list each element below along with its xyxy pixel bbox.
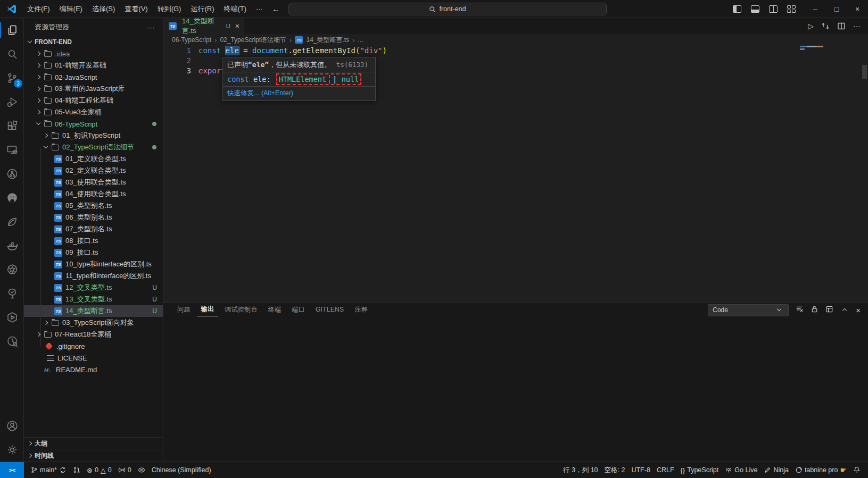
tree-item-folder[interactable]: 05-Vue3全家桶 [24,106,163,118]
tree-item-file[interactable]: LICENSE [24,352,163,364]
tree-item-file[interactable]: TS01_定义联合类型.ts [24,153,163,165]
tree-item-file[interactable]: TS11_type和interface的区别.ts [24,270,163,282]
run-debug-icon[interactable] [0,90,24,114]
remote-explorer-icon[interactable] [0,138,24,162]
panel-tab-gitlens[interactable]: GITLENS [311,303,348,316]
tree-item-file[interactable]: TS10_type和interface的区别.ts [24,258,163,270]
panel-tab-terminal[interactable]: 终端 [264,303,286,316]
tree-item-file[interactable]: TS13_交叉类型.tsU [24,293,163,305]
menu-goto[interactable]: 转到(G) [153,3,186,15]
tree-item-folder[interactable]: 01_初识TypeScript [24,130,163,141]
eol-item[interactable]: CRLF [654,462,677,478]
git-branch-item[interactable]: main* [27,462,70,478]
go-live-item[interactable]: Go Live [722,462,760,478]
menu-selection[interactable]: 选择(S) [87,3,120,15]
tree-item-folder[interactable]: 01-前端开发基础 [24,60,163,71]
tree-item-file[interactable]: TS06_类型别名.ts [24,212,163,223]
language-mode-item[interactable]: {} TypeScript [677,462,722,478]
source-control-icon[interactable]: 3 [0,66,24,90]
window-maximize-button[interactable]: □ [826,0,847,18]
tab-close-icon[interactable]: × [235,22,239,30]
quick-fix-link[interactable]: 快速修复... (Alt+Enter) [223,87,375,100]
tree-item-file[interactable]: TS05_类型别名.ts [24,200,163,212]
tree-item-folder[interactable]: .idea [24,48,163,60]
hexagon-play-icon[interactable] [0,305,24,329]
tree-item-file[interactable]: TS04_使用联合类型.ts [24,188,163,200]
gitlens-blame-item[interactable] [135,462,148,478]
outline-section[interactable]: 大纲 [24,437,163,450]
tree-item-file-selected[interactable]: TS14_类型断言.tsU [24,305,163,317]
tabnine-item[interactable]: tabnine pro ☛ [792,462,850,478]
tree-item-root[interactable]: FRONT-END [24,36,163,48]
menu-more-icon[interactable]: ··· [251,3,268,15]
tree-item-file[interactable]: .gitignore [24,340,163,352]
sync-changes-icon[interactable] [821,22,830,30]
docker-icon[interactable] [0,233,24,257]
explorer-icon[interactable] [0,18,24,42]
cursor-position-item[interactable]: 行 3，列 10 [560,462,601,478]
panel-tab-ports[interactable]: 端口 [287,303,309,316]
breadcrumb-item[interactable]: 14_类型断言.ts [306,36,349,45]
breadcrumb-item[interactable]: 02_TypeScript语法细节 [220,36,286,45]
settings-gear-icon[interactable] [0,438,24,462]
git-graph-icon[interactable] [0,162,24,186]
git-history-icon[interactable] [0,329,24,353]
tree-item-file[interactable]: TS08_接口.ts [24,235,163,247]
panel-tab-problems[interactable]: 问题 [173,303,195,316]
panel-tab-output[interactable]: 输出 [197,303,219,316]
gitree-icon[interactable] [0,281,24,305]
tree-item-folder[interactable]: 02_TypeScript语法细节 [24,141,163,153]
tree-item-file[interactable]: TS12_交叉类型.tsU [24,282,163,293]
tree-item-folder[interactable]: 03_TypeScript面向对象 [24,317,163,329]
tree-item-folder[interactable]: 03-常用的JavaScript库 [24,83,163,95]
menu-run[interactable]: 运行(R) [186,3,219,15]
clear-output-icon[interactable] [796,305,804,315]
accounts-icon[interactable] [0,414,24,438]
kubernetes-icon[interactable] [0,257,24,281]
remote-indicator[interactable]: >< [0,462,24,478]
editor-scrollbar[interactable] [862,65,867,79]
panel-tab-comments[interactable]: 注释 [350,303,372,316]
language-status-item[interactable]: Chinese (Simplified) [148,462,214,478]
explorer-more-actions-icon[interactable]: ··· [147,23,155,31]
run-file-icon[interactable]: ▷ [808,22,814,30]
broadcast-item[interactable]: 0 [115,462,135,478]
minimap[interactable] [800,46,832,51]
menu-edit[interactable]: 编辑(E) [55,3,87,15]
tree-item-folder[interactable]: 07-React18全家桶 [24,329,163,340]
tree-item-file[interactable]: TS07_类型别名.ts [24,223,163,235]
tree-item-file[interactable]: M↓README.md [24,364,163,375]
panel-tab-debug-console[interactable]: 调试控制台 [220,303,262,316]
menu-file[interactable]: 文件(F) [22,3,55,15]
toggle-secondary-sidebar-icon[interactable] [764,0,782,18]
toggle-sidebar-icon[interactable] [728,0,746,18]
menu-terminal[interactable]: 终端(T) [219,3,251,15]
output-body[interactable] [163,316,868,461]
notifications-item[interactable] [850,462,864,478]
encoding-item[interactable]: UTF-8 [628,462,653,478]
ai-assistant-leaf-icon[interactable] [0,209,24,233]
output-channel-select[interactable]: Code [708,304,789,316]
breadcrumb-item[interactable]: ... [358,36,363,44]
timeline-section[interactable]: 时间线 [24,450,163,462]
extensions-icon[interactable] [0,114,24,138]
history-back-icon[interactable]: ← [268,4,284,13]
tree-item-file[interactable]: TS09_接口.ts [24,247,163,258]
tab-active[interactable]: TS 14_类型断言.ts U × [163,18,244,34]
close-panel-icon[interactable]: × [856,306,861,315]
tree-item-folder[interactable]: 04-前端工程化基础 [24,95,163,106]
maximize-panel-icon[interactable] [840,306,849,314]
tree-item-folder[interactable]: 02-JavaScript [24,71,163,83]
tree-item-file[interactable]: TS03_使用联合类型.ts [24,177,163,188]
ninja-item[interactable]: Ninja [760,462,792,478]
customize-layout-icon[interactable] [782,0,800,18]
open-in-editor-icon[interactable] [825,305,833,315]
window-close-button[interactable]: × [847,0,868,18]
indentation-item[interactable]: 空格: 2 [601,462,629,478]
lock-scroll-icon[interactable] [811,305,819,315]
window-minimize-button[interactable]: – [805,0,826,18]
problems-item[interactable]: ⊗ 0 △ 0 [84,462,115,478]
command-center-search[interactable]: front-end [288,3,607,15]
breadcrumb-item[interactable]: 06-TypeScript [172,36,211,44]
tree-item-file[interactable]: TS02_定义联合类型.ts [24,165,163,177]
